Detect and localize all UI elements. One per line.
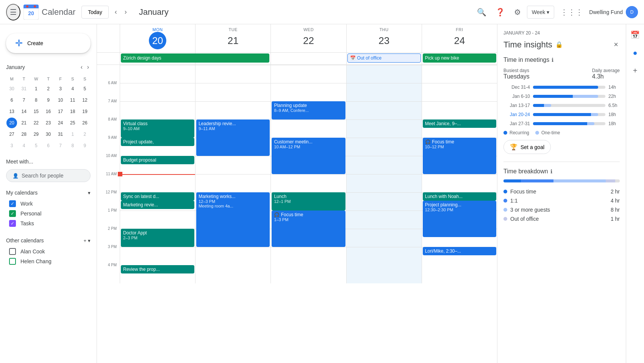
mini-cal-day[interactable]: 5: [80, 83, 90, 94]
mini-cal-day[interactable]: 14: [19, 106, 29, 117]
mini-cal-day[interactable]: 28: [19, 129, 29, 140]
mini-cal-day-today[interactable]: 20: [6, 118, 17, 128]
mini-cal-day[interactable]: 9: [80, 140, 90, 151]
mini-cal-day[interactable]: 21: [19, 118, 29, 128]
menu-button[interactable]: ☰: [6, 4, 20, 20]
help-button[interactable]: ❓: [492, 5, 508, 20]
add-strip-icon[interactable]: +: [630, 63, 641, 78]
circle-strip-icon[interactable]: ●: [630, 46, 640, 60]
mini-cal-day[interactable]: 31: [55, 129, 66, 140]
planning-update-event[interactable]: Planning update 8–9 AM, Confere...: [272, 101, 345, 119]
mini-cal-day[interactable]: 27: [6, 129, 17, 140]
meet-janice-event[interactable]: Meet Janice, 9–...: [423, 119, 496, 128]
doctor-appt-event[interactable]: Doctor Appt 2–3 PM: [121, 229, 194, 247]
lunch-event[interactable]: Lunch 12–1 PM: [272, 192, 345, 211]
marketing-review-event[interactable]: Marketing revie...: [121, 201, 194, 209]
day-number-fri[interactable]: 24: [451, 32, 468, 49]
tasks-checkbox[interactable]: ✓: [9, 220, 16, 227]
day-number-mon[interactable]: 20: [149, 32, 166, 49]
insights-close-button[interactable]: ×: [612, 39, 620, 50]
calendar-item-alan[interactable]: Alan Cook: [6, 247, 91, 256]
work-checkbox[interactable]: ✓: [9, 200, 16, 207]
settings-button[interactable]: ⚙: [511, 5, 524, 20]
mini-cal-next[interactable]: ›: [86, 62, 91, 72]
budget-proposal-event[interactable]: Budget proposal: [121, 156, 194, 164]
mini-cal-day[interactable]: 7: [19, 95, 29, 105]
zurich-event[interactable]: Zürich design days: [121, 53, 269, 63]
mini-cal-day[interactable]: 6: [6, 95, 17, 105]
calendar-item-tasks[interactable]: ✓ Tasks: [6, 218, 91, 228]
wed-col[interactable]: Planning update 8–9 AM, Confere... Custo…: [270, 65, 346, 283]
search-people-box[interactable]: 👤 Search for people: [6, 169, 91, 182]
review-prop-event[interactable]: Review the prop...: [121, 265, 194, 273]
marketing-workshop-event[interactable]: Marketing works... 12–3 PM Meeting room …: [196, 192, 270, 247]
calendar-strip-icon[interactable]: 📅: [627, 27, 643, 42]
mini-cal-day[interactable]: 12: [80, 95, 90, 105]
mini-cal-day[interactable]: 1: [67, 129, 78, 140]
focus-time-fri-event[interactable]: 🎧 Focus time 10–12 PM: [423, 138, 496, 174]
mini-cal-day[interactable]: 19: [80, 106, 90, 117]
alan-checkbox[interactable]: [9, 248, 16, 255]
calendar-item-work[interactable]: ✓ Work: [6, 199, 91, 209]
pick-up-bike-event[interactable]: Pick up new bike: [423, 53, 496, 63]
mini-cal-day[interactable]: 31: [19, 83, 29, 94]
my-calendars-header[interactable]: My calendars ▾: [6, 187, 91, 199]
week-selector[interactable]: Week ▾: [527, 6, 555, 19]
mini-cal-day[interactable]: 1: [31, 83, 41, 94]
mini-cal-day[interactable]: 30: [43, 129, 53, 140]
project-planning-event[interactable]: Project planning... 12:30–2:30 PM: [423, 201, 496, 237]
mini-cal-day[interactable]: 8: [67, 140, 78, 151]
leadership-review-event[interactable]: Leadership revie... 9–11 AM: [196, 119, 270, 156]
helen-checkbox[interactable]: [9, 258, 16, 265]
mini-cal-day[interactable]: 29: [31, 129, 41, 140]
mini-cal-day[interactable]: 13: [6, 106, 17, 117]
mini-cal-day[interactable]: 2: [80, 129, 90, 140]
calendar-item-personal[interactable]: ✓ Personal: [6, 209, 91, 218]
virtual-class-event[interactable]: Virtual class 9–10 AM: [121, 119, 194, 138]
mini-cal-day[interactable]: 17: [55, 106, 66, 117]
mini-cal-day[interactable]: 4: [19, 140, 29, 151]
mini-cal-day[interactable]: 5: [31, 140, 41, 151]
mini-cal-day[interactable]: 9: [43, 95, 53, 105]
apps-grid-button[interactable]: ⋮⋮⋮: [557, 5, 586, 20]
out-of-office-event[interactable]: 📅Out of office: [347, 53, 421, 63]
mini-cal-day[interactable]: 2: [43, 83, 53, 94]
mini-cal-day[interactable]: 3: [6, 140, 17, 151]
prev-arrow[interactable]: ‹: [112, 5, 120, 19]
project-update-event[interactable]: Project update,: [121, 138, 194, 146]
create-button[interactable]: ✛ Create: [6, 33, 91, 53]
mini-cal-day[interactable]: 3: [55, 83, 66, 94]
day-number-wed[interactable]: 22: [300, 32, 317, 49]
day-number-tue[interactable]: 21: [224, 32, 242, 49]
customer-meeting-event[interactable]: Customer meetin... 10 AM–12 PM: [272, 138, 345, 174]
next-arrow[interactable]: ›: [122, 5, 130, 19]
avatar[interactable]: D: [626, 6, 638, 18]
calendar-item-helen[interactable]: Helen Chang: [6, 256, 91, 266]
mini-cal-day[interactable]: 11: [67, 95, 78, 105]
mini-cal-day[interactable]: 7: [55, 140, 66, 151]
add-other-calendar-icon[interactable]: +: [83, 238, 86, 244]
mini-cal-day[interactable]: 8: [31, 95, 41, 105]
focus-time-wed-event[interactable]: 🎧 Focus time 1–3 PM: [272, 211, 345, 247]
other-calendars-header[interactable]: Other calendars + ▾: [6, 234, 91, 247]
mini-cal-day[interactable]: 23: [43, 118, 53, 128]
mini-cal-day[interactable]: 15: [31, 106, 41, 117]
mini-cal-day[interactable]: 22: [31, 118, 41, 128]
lori-mike-event[interactable]: Lori/Mike, 2:30–...: [423, 247, 496, 255]
mini-cal-day[interactable]: 4: [67, 83, 78, 94]
search-button[interactable]: 🔍: [474, 5, 489, 20]
mini-cal-day[interactable]: 16: [43, 106, 53, 117]
fri-col[interactable]: Meet Janice, 9–... 🎧 Focus time 10–12 PM…: [422, 65, 497, 283]
mini-cal-day[interactable]: 18: [67, 106, 78, 117]
account-name[interactable]: Dwelling Fund: [589, 9, 623, 15]
tue-col[interactable]: Leadership revie... 9–11 AM Marketing wo…: [195, 65, 270, 283]
set-goal-button[interactable]: 🏆 Set a goal: [503, 140, 551, 154]
mini-cal-day[interactable]: 24: [55, 118, 66, 128]
lunch-noah-event[interactable]: Lunch with Noah...: [423, 192, 496, 201]
thu-col[interactable]: [346, 65, 422, 283]
mini-cal-day[interactable]: 25: [67, 118, 78, 128]
mini-cal-day[interactable]: 6: [43, 140, 53, 151]
personal-checkbox[interactable]: ✓: [9, 210, 16, 217]
time-grid-scroll[interactable]: 6 AM 7 AM 8 AM 9 AM 10 AM 11 AM 12 PM 1 …: [97, 65, 497, 363]
sync-event[interactable]: Sync on latest d...: [121, 192, 194, 201]
